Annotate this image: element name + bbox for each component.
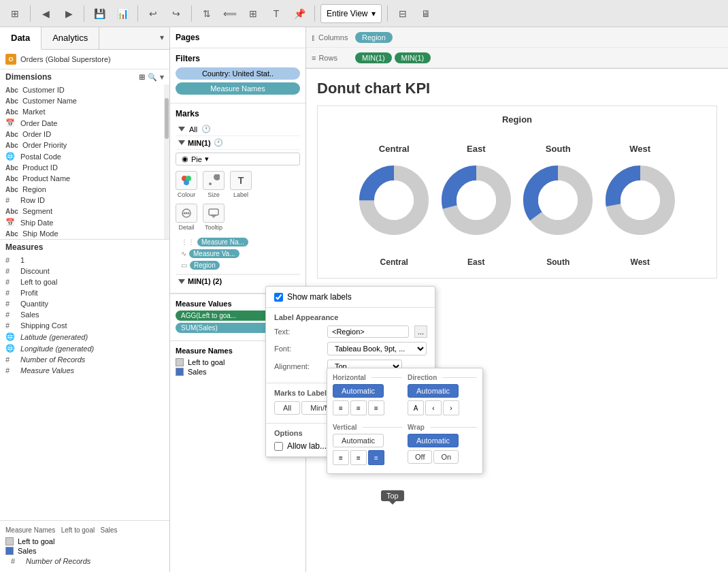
abc-icon: Abc: [5, 131, 18, 138]
tab-analytics[interactable]: Analytics: [42, 27, 99, 49]
field-product-name[interactable]: AbcProduct Name: [0, 173, 169, 184]
label-button[interactable]: T Label: [230, 171, 252, 198]
field-longitude[interactable]: 🌐Longitude (generated): [0, 343, 169, 354]
field-product-id[interactable]: AbcProduct ID: [0, 162, 169, 173]
h-align-left-button[interactable]: ≡: [333, 400, 349, 415]
dimensions-expand-icon[interactable]: ▾: [160, 73, 164, 82]
vertical-automatic-button[interactable]: Automatic: [333, 434, 384, 447]
pin-icon[interactable]: 📌: [290, 4, 309, 23]
field-profit[interactable]: #Profit: [0, 287, 169, 298]
expand-icon[interactable]: [178, 127, 185, 131]
direction-right-button[interactable]: ›: [443, 400, 459, 415]
rows-pill-2[interactable]: MIN(1): [395, 52, 431, 63]
tab-data[interactable]: Data: [0, 27, 42, 50]
swap-icon[interactable]: ⇅: [197, 4, 216, 23]
field-discount[interactable]: #Discount: [0, 266, 169, 276]
tooltip-button[interactable]: Tooltip: [203, 204, 225, 231]
rows-shelf: ≡ Rows MIN(1) MIN(1): [306, 48, 728, 68]
field-segment[interactable]: AbcSegment: [0, 206, 169, 217]
show-mark-labels-checkbox[interactable]: Show mark labels: [306, 292, 352, 302]
filter-country[interactable]: Country: United Stat..: [176, 67, 300, 80]
field-customer-id[interactable]: AbcCustomer ID: [0, 84, 169, 95]
marks-min1-row: MIN(1) 🕐: [176, 136, 300, 150]
donut-west: West: [599, 144, 681, 241]
sort-icon[interactable]: ⟸: [220, 4, 239, 23]
donut-east: East: [435, 144, 517, 241]
abc-icon: Abc: [5, 186, 18, 193]
measure-values-chip[interactable]: Measure Va...: [189, 249, 239, 258]
view-dropdown[interactable]: Entire View ▾: [320, 4, 382, 23]
field-sales[interactable]: #Sales: [0, 309, 169, 320]
wrap-on-button[interactable]: On: [433, 450, 459, 464]
size-button[interactable]: Size: [203, 171, 225, 198]
left-panel: Data Analytics ▾ O Orders (Global Supers…: [0, 27, 170, 572]
expand-min1-icon[interactable]: [178, 140, 185, 145]
v-align-top-button[interactable]: ≡: [333, 450, 349, 465]
h-align-right-button[interactable]: ≡: [368, 400, 384, 415]
forward-button[interactable]: ▶: [59, 4, 78, 23]
wrap-off-button[interactable]: Off: [408, 450, 432, 464]
field-shipping-cost[interactable]: #Shipping Cost: [0, 320, 169, 331]
undo-icon[interactable]: ↩: [144, 4, 163, 23]
field-number-of-records[interactable]: #Number of Records: [0, 354, 169, 365]
h-align-center-button[interactable]: ≡: [350, 400, 367, 415]
device-icon[interactable]: 🖥: [416, 4, 435, 23]
field-quantity[interactable]: #Quantity: [0, 298, 169, 309]
field-market[interactable]: AbcMarket: [0, 106, 169, 117]
tab-dropdown-arrow[interactable]: ▾: [154, 27, 169, 49]
field-order-id[interactable]: AbcOrder ID: [0, 129, 169, 140]
dimensions-grid-icon[interactable]: ⊞: [139, 73, 145, 82]
colour-button[interactable]: Colour: [176, 171, 197, 198]
region-pill[interactable]: Region: [355, 32, 393, 43]
marks-section: Marks All 🕐 MIN(1) 🕐 ◉ Pie ▾: [170, 104, 305, 293]
measure-names-chip[interactable]: Measure Na...: [197, 238, 248, 247]
expand-min2-icon[interactable]: [178, 279, 185, 284]
filter-measure-names[interactable]: Measure Names: [176, 82, 300, 95]
field-region[interactable]: AbcRegion: [0, 184, 169, 195]
field-postal-code[interactable]: 🌐Postal Code: [0, 150, 169, 162]
field-ship-mode[interactable]: AbcShip Mode: [0, 228, 169, 239]
new-datasource-icon[interactable]: 📊: [113, 4, 132, 23]
direction-automatic-button[interactable]: Automatic: [408, 384, 459, 398]
field-1[interactable]: #1: [0, 255, 169, 266]
marks-fields-section: ⋮⋮ Measure Na... ∿ Measure Va... ▭ Regio…: [176, 234, 300, 274]
field-measure-values[interactable]: #Measure Values: [0, 365, 169, 376]
region-chip[interactable]: Region: [190, 261, 220, 270]
field-order-date[interactable]: 📅Order Date: [0, 117, 169, 129]
save-icon[interactable]: 💾: [90, 4, 109, 23]
detail-button[interactable]: Detail: [176, 204, 197, 231]
hash-icon: #: [5, 321, 16, 330]
data-source-label: Orders (Global Superstore): [20, 55, 111, 63]
abc-icon: Abc: [5, 208, 18, 215]
label-appearance-title: Label Appearance: [306, 313, 427, 321]
wrap-automatic-button[interactable]: Automatic: [408, 434, 459, 447]
field-left-to-goal[interactable]: #Left to goal: [0, 276, 169, 287]
v-align-mid-button[interactable]: ≡: [350, 450, 367, 465]
dimensions-search-icon[interactable]: 🔍: [148, 73, 157, 82]
text-input[interactable]: [327, 325, 409, 338]
label-icon[interactable]: T: [267, 4, 286, 23]
direction-a-button[interactable]: A: [408, 400, 424, 415]
field-order-priority[interactable]: AbcOrder Priority: [0, 140, 169, 150]
group-icon[interactable]: ⊞: [244, 4, 263, 23]
horizontal-automatic-button[interactable]: Automatic: [333, 384, 384, 398]
rows-pill-1[interactable]: MIN(1): [355, 52, 392, 63]
direction-left-button[interactable]: ‹: [425, 400, 442, 415]
back-button[interactable]: ◀: [36, 4, 55, 23]
dimensions-scrollbar[interactable]: [164, 84, 169, 239]
wrap-title: Wrap: [408, 424, 477, 431]
field-row-id[interactable]: #Row ID: [0, 195, 169, 206]
pie-dropdown[interactable]: ◉ Pie ▾: [176, 153, 300, 165]
marks-field-measure-names: ⋮⋮ Measure Na...: [181, 236, 295, 248]
dimensions-controls: ⊞ 🔍 ▾: [139, 73, 164, 82]
field-ship-date[interactable]: 📅Ship Date: [0, 217, 169, 228]
field-customer-name[interactable]: AbcCustomer Name: [0, 95, 169, 106]
redo-icon[interactable]: ↪: [167, 4, 186, 23]
field-latitude[interactable]: 🌐Latitude (generated): [0, 331, 169, 343]
font-select[interactable]: Tableau Book, 9pt, ...: [327, 342, 427, 355]
text-edit-button[interactable]: ...: [414, 325, 427, 338]
layout-icon[interactable]: ⊟: [393, 4, 412, 23]
south-donut-chart: [517, 159, 599, 241]
v-align-bot-button[interactable]: ≡: [368, 450, 384, 465]
home-icon[interactable]: ⊞: [5, 4, 24, 23]
